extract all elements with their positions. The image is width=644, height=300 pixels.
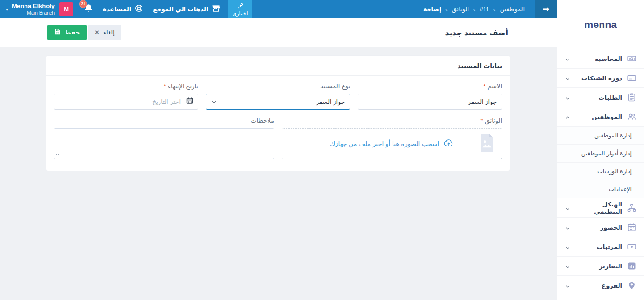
name-label: الاسم [487, 83, 502, 90]
sidebar-item-label: المحاسبة [575, 55, 622, 62]
sidebar-subitem-manage-employees[interactable]: إدارة الموظفين [557, 126, 644, 144]
help-button[interactable]: المساعدة [103, 4, 143, 14]
user-menu[interactable]: Menna Elkholy Main Branch [12, 2, 55, 16]
breadcrumb-employees[interactable]: الموظفين [500, 6, 525, 13]
chevron-down-icon [565, 75, 570, 81]
storefront-icon [211, 4, 221, 15]
chevron-down-icon [211, 99, 217, 104]
notes-label: ملاحظات [251, 117, 274, 124]
chevron-down-icon [565, 263, 570, 269]
cancel-button[interactable]: ✕ إلغاء [88, 25, 121, 40]
main-column: ▾ Menna Elkholy Main Branch M 31 المساعد… [0, 0, 557, 300]
chevron-down-icon [565, 244, 570, 249]
topbar-right: الموظفين ‹ #11 ‹ الوثائق ‹ إضافة ⇒ [423, 0, 557, 18]
user-name: Menna Elkholy [12, 2, 55, 10]
save-button[interactable]: حفظ [47, 25, 87, 40]
cloud-upload-icon [443, 137, 454, 150]
notes-field: ملاحظات [54, 117, 274, 161]
divider [557, 295, 644, 295]
banknote-icon [627, 54, 636, 63]
breadcrumb-separator: ‹ [493, 6, 495, 13]
avatar[interactable]: M [59, 2, 73, 16]
employees-icon [627, 112, 636, 121]
card-title: بيانات المستند [46, 56, 510, 76]
expiry-date-input[interactable] [54, 94, 198, 110]
sidebar-item-label: الحضور [575, 224, 622, 231]
form-row-1: الاسم * نوع المستند جواز السفر [54, 83, 502, 110]
chevron-down-icon [565, 283, 570, 288]
notes-textarea[interactable] [54, 128, 274, 159]
clipboard-icon [627, 93, 636, 102]
documents-label: الوثائق [485, 117, 502, 124]
map-pin-icon [627, 281, 636, 290]
sidebar-item-salaries[interactable]: المرتبات [557, 237, 644, 256]
sidebar-item-reports[interactable]: التقارير [557, 256, 644, 275]
sidebar-item-label: الهيكل التنظيمي [575, 201, 622, 215]
chevron-down-icon [565, 56, 570, 61]
cancel-label: إلغاء [103, 29, 115, 36]
sidebar-item-attendance[interactable]: الحضور [557, 217, 644, 237]
sidebar-item-label: الفروع [575, 282, 622, 289]
required-marker: * [164, 83, 166, 90]
file-dropzone[interactable]: اسحب الصورة هنا أو اختر ملف من جهازك [282, 128, 502, 159]
documents-field: الوثائق * اسحب الصورة هنا أو اختر ملف من… [282, 117, 502, 161]
go-to-site-button[interactable]: الذهاب الي الموقع [153, 4, 221, 15]
sidebar-item-employees[interactable]: الموظفين [557, 107, 644, 126]
sidebar: menna المحاسبة دورة الشيكات الطلبات المو… [557, 0, 644, 300]
sidebar-item-requests[interactable]: الطلبات [557, 87, 644, 107]
trial-label: اختبارى [233, 10, 248, 16]
document-data-card: بيانات المستند الاسم * نوع المستند [46, 55, 510, 171]
double-arrow-icon: ⇒ [542, 4, 549, 14]
lifebuoy-icon [134, 4, 143, 14]
topbar: ▾ Menna Elkholy Main Branch M 31 المساعد… [0, 0, 557, 18]
document-type-label: نوع المستند [320, 83, 350, 90]
app-logo[interactable]: menna [557, 0, 644, 49]
user-menu-caret-icon[interactable]: ▾ [6, 7, 8, 12]
close-icon: ✕ [94, 29, 100, 36]
sidebar-item-label: المرتبات [575, 243, 622, 250]
help-label: المساعدة [103, 6, 131, 13]
sidebar-item-label: الموظفين [575, 113, 622, 120]
rocket-icon [237, 2, 244, 10]
sidebar-item-label: التقارير [575, 263, 622, 270]
name-input[interactable] [358, 94, 502, 110]
sidebar-item-checks-cycle[interactable]: دورة الشيكات [557, 68, 644, 87]
breadcrumb-documents[interactable]: الوثائق [452, 6, 469, 13]
breadcrumb-employee-id[interactable]: #11 [479, 6, 489, 13]
money-icon [627, 242, 636, 251]
required-marker: * [483, 83, 485, 90]
selected-value: جواز السفر [316, 98, 345, 105]
floppy-save-icon [54, 28, 61, 37]
content-area: بيانات المستند الاسم * نوع المستند [0, 47, 557, 300]
chevron-up-icon [565, 114, 570, 120]
resize-grip-icon[interactable] [55, 150, 59, 158]
chevron-down-icon [565, 224, 570, 230]
dropzone-text[interactable]: اسحب الصورة هنا أو اختر ملف من جهازك [330, 140, 439, 147]
breadcrumb-separator: ‹ [445, 6, 447, 13]
chevron-down-icon [565, 94, 570, 100]
sidebar-subitem-manage-employee-roles[interactable]: إدارة أدوار الموظفين [557, 144, 644, 162]
chevron-down-icon [565, 205, 570, 211]
sidebar-toggle-button[interactable]: ⇒ [535, 0, 557, 18]
sidebar-item-branches[interactable]: الفروع [557, 275, 644, 295]
image-file-icon [478, 133, 496, 154]
sidebar-subitem-manage-shifts[interactable]: إدارة الورديات [557, 162, 644, 180]
go-to-site-label: الذهاب الي الموقع [153, 6, 208, 13]
calendar-icon[interactable] [186, 97, 194, 107]
expiry-date-field: تاريخ الإنتهاء * [54, 83, 198, 110]
trial-mode-button[interactable]: اختبارى [228, 0, 252, 18]
sidebar-item-accounting[interactable]: المحاسبة [557, 49, 644, 68]
document-type-select[interactable]: جواز السفر [206, 94, 350, 110]
sidebar-item-org-structure[interactable]: الهيكل التنظيمي [557, 198, 644, 217]
breadcrumb-current-add: إضافة [423, 6, 441, 13]
user-branch: Main Branch [12, 10, 55, 16]
page-title: أضف مستند جديد [445, 28, 508, 37]
expiry-date-label: تاريخ الإنتهاء [168, 83, 198, 90]
notifications-button[interactable]: 31 [84, 3, 93, 15]
breadcrumb: الموظفين ‹ #11 ‹ الوثائق ‹ إضافة [423, 6, 525, 13]
calendar-icon [627, 223, 636, 232]
required-marker: * [481, 117, 483, 124]
sidebar-subitem-settings[interactable]: الإعدادات [557, 180, 644, 198]
org-chart-icon [627, 203, 636, 213]
notification-badge: 31 [79, 0, 87, 8]
